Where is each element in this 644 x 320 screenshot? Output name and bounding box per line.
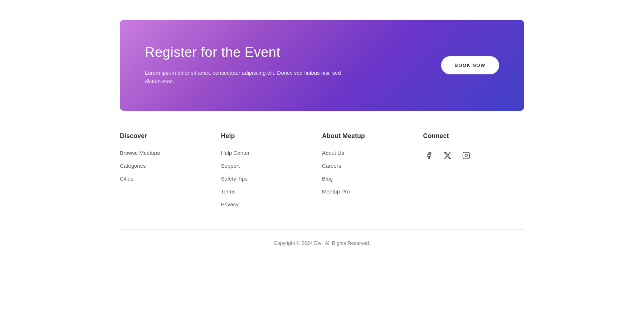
link-help-center[interactable]: Help Center <box>221 150 250 156</box>
facebook-icon[interactable] <box>423 150 435 161</box>
footer-col-help: Help Help Center Support Safety Tips Ter… <box>221 132 322 208</box>
footer-col-about: About Meetup About Us Careers Blog Meetu… <box>322 132 423 208</box>
list-item: Meetup Pro <box>322 188 423 195</box>
instagram-icon[interactable] <box>460 150 472 161</box>
list-item: Browse Meetups <box>120 150 221 156</box>
link-about-us[interactable]: About Us <box>322 150 344 156</box>
link-cities[interactable]: Cities <box>120 176 133 182</box>
footer-col-title-connect: Connect <box>423 132 525 140</box>
footer-col-title-about: About Meetup <box>322 132 423 140</box>
link-categories[interactable]: Categories <box>120 163 146 169</box>
footer-links-help: Help Center Support Safety Tips Terms Pr… <box>221 150 322 208</box>
hero-banner: Register for the Event Lorem ipsum dolor… <box>120 20 524 111</box>
footer-links-discover: Browse Meetups Categories Cities <box>120 150 221 182</box>
link-privacy[interactable]: Privacy <box>221 201 239 207</box>
list-item: Safety Tips <box>221 176 322 182</box>
footer-col-connect: Connect <box>423 132 525 208</box>
list-item: Categories <box>120 163 221 169</box>
hero-description: Lorem ipsum dolor sit amet, consectetur … <box>145 69 352 86</box>
footer-col-title-help: Help <box>221 132 322 140</box>
list-item: Cities <box>120 176 221 182</box>
list-item: Help Center <box>221 150 322 156</box>
list-item: Blog <box>322 176 423 182</box>
footer-col-title-discover: Discover <box>120 132 221 140</box>
footer-col-discover: Discover Browse Meetups Categories Citie… <box>120 132 221 208</box>
link-careers[interactable]: Careers <box>322 163 341 169</box>
list-item: Support <box>221 163 322 169</box>
page-wrapper: Register for the Event Lorem ipsum dolor… <box>0 0 644 320</box>
social-icons <box>423 150 525 161</box>
link-blog[interactable]: Blog <box>322 176 333 182</box>
hero-text: Register for the Event Lorem ipsum dolor… <box>145 45 420 86</box>
link-browse-meetups[interactable]: Browse Meetups <box>120 150 160 156</box>
footer-links-about: About Us Careers Blog Meetup Pro <box>322 150 423 195</box>
svg-rect-0 <box>463 152 469 159</box>
list-item: Terms <box>221 188 322 195</box>
list-item: Careers <box>322 163 423 169</box>
link-safety-tips[interactable]: Safety Tips <box>221 176 248 182</box>
hero-title: Register for the Event <box>145 45 420 60</box>
link-terms[interactable]: Terms <box>221 188 236 195</box>
list-item: About Us <box>322 150 423 156</box>
book-now-button[interactable]: BOOK NOW <box>441 56 499 74</box>
link-support[interactable]: Support <box>221 163 240 169</box>
twitter-x-icon[interactable] <box>442 150 453 161</box>
link-meetup-pro[interactable]: Meetup Pro <box>322 188 350 195</box>
footer-copyright: Copyright © 2024 Divi. All Rights Reserv… <box>120 230 524 257</box>
footer: Discover Browse Meetups Categories Citie… <box>120 132 524 257</box>
list-item: Privacy <box>221 201 322 208</box>
footer-columns: Discover Browse Meetups Categories Citie… <box>120 132 524 229</box>
